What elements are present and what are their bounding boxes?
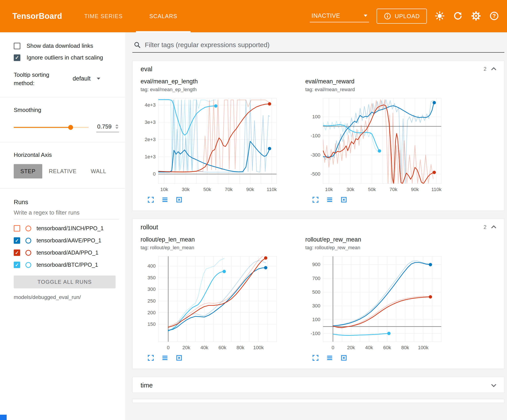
svg-text:30k: 30k	[182, 187, 190, 192]
smoothing-value-input[interactable]: 0.759	[96, 122, 119, 132]
list-icon	[326, 196, 333, 203]
settings-button[interactable]	[471, 11, 481, 21]
number-spinner[interactable]	[115, 124, 119, 129]
run-row-btc[interactable]: tensorboard/BTC/PPO_1	[14, 262, 119, 268]
chevron-down-icon	[97, 78, 100, 80]
brightness-toggle-button[interactable]	[434, 11, 445, 21]
next-category-card-partial	[132, 399, 504, 403]
brightness-icon	[435, 11, 444, 21]
fit-domain-button[interactable]	[175, 354, 183, 362]
refresh-button[interactable]	[452, 11, 463, 21]
category-header-rollout[interactable]: rollout 2	[133, 219, 504, 234]
divider	[0, 97, 125, 97]
tab-time-series[interactable]: TIME SERIES	[71, 0, 136, 32]
chevron-down-icon[interactable]	[490, 381, 498, 389]
runs-directory-path: models/debugged_eval_run/	[14, 294, 119, 300]
toggle-all-runs-button[interactable]: TOGGLE ALL RUNS	[14, 275, 116, 289]
slider-knob[interactable]	[68, 125, 73, 130]
run-checkbox[interactable]	[14, 237, 20, 244]
axis-wall-label: WALL	[91, 168, 106, 174]
run-color-swatch[interactable]	[25, 262, 31, 268]
fit-to-data-icon	[340, 354, 348, 362]
run-checkbox[interactable]	[14, 225, 20, 232]
runs-selector-button[interactable]	[326, 196, 334, 204]
run-color-swatch[interactable]	[25, 238, 31, 243]
expand-chart-button[interactable]	[147, 354, 155, 362]
chart-tag: tag: eval/mean_reward	[305, 87, 460, 92]
horizontal-axis-buttons: STEP RELATIVE WALL	[14, 164, 120, 179]
axis-step-button[interactable]: STEP	[14, 164, 42, 179]
ignore-outliers-checkbox[interactable]	[14, 55, 20, 61]
chart-plot[interactable]: 10k30k50k70k90k110k100-100-300-500	[305, 95, 460, 195]
axis-relative-button[interactable]: RELATIVE	[42, 164, 83, 179]
svg-text:350: 350	[148, 275, 156, 281]
tab-time-series-label: TIME SERIES	[84, 13, 123, 20]
help-icon: ?	[489, 11, 499, 21]
expand-icon	[312, 354, 319, 362]
topbar-actions: INACTIVE UPLOAD	[310, 0, 500, 32]
slider-fill	[14, 127, 71, 128]
chevron-up-icon[interactable]	[490, 65, 498, 73]
tooltip-sorting-select[interactable]: default	[73, 75, 100, 83]
run-row-aave[interactable]: tensorboard/AAVE/PPO_1	[14, 237, 119, 244]
show-download-links-checkbox[interactable]	[14, 43, 20, 49]
runs-selector-button[interactable]	[326, 354, 334, 362]
svg-text:3e+3: 3e+3	[145, 119, 156, 125]
chart-plot[interactable]: 020k40k60k80k100k150200250300350400	[141, 253, 296, 354]
chart-plot[interactable]: 020k40k60k80k100k-100100300500700900	[305, 253, 460, 354]
chart-tag: tag: eval/mean_ep_length	[141, 87, 296, 92]
run-label: tensorboard/AAVE/PPO_1	[36, 237, 101, 244]
chart-title: rollout/ep_len_mean	[141, 236, 296, 243]
divider	[0, 142, 125, 142]
spinner-down-icon[interactable]	[115, 127, 119, 129]
info-icon	[384, 12, 391, 20]
run-row-1inch[interactable]: tensorboard/1INCH/PPO_1	[14, 225, 119, 232]
chart-plot[interactable]: 10k30k50k70k90k110k01e+32e+33e+34e+3	[141, 95, 296, 195]
svg-text:500: 500	[312, 289, 320, 295]
chart-tag: tag: rollout/ep_rew_mean	[305, 245, 460, 251]
run-checkbox[interactable]	[14, 262, 20, 268]
expand-chart-button[interactable]	[311, 354, 319, 362]
svg-text:-100: -100	[311, 133, 320, 138]
show-download-links-row[interactable]: Show data download links	[14, 42, 119, 49]
category-header-eval[interactable]: eval 2	[133, 61, 504, 76]
tab-scalars[interactable]: SCALARS	[136, 0, 191, 32]
run-row-ada[interactable]: tensorboard/ADA/PPO_1	[14, 249, 119, 256]
runs-selector-button[interactable]	[161, 354, 169, 362]
status-dropdown[interactable]: INACTIVE	[310, 10, 369, 22]
category-header-time[interactable]: time	[133, 377, 504, 392]
tooltip-sorting-row: Tooltip sorting method: default	[14, 71, 119, 87]
svg-text:0: 0	[153, 171, 156, 177]
ignore-outliers-row[interactable]: Ignore outliers in chart scaling	[14, 54, 119, 61]
run-color-swatch[interactable]	[25, 250, 31, 256]
runs-selector-button[interactable]	[161, 196, 169, 204]
svg-text:100: 100	[312, 114, 320, 119]
axis-relative-label: RELATIVE	[49, 168, 77, 174]
svg-text:-300: -300	[311, 152, 320, 158]
expand-chart-button[interactable]	[311, 196, 319, 204]
chevron-up-icon[interactable]	[490, 223, 498, 231]
fit-domain-button[interactable]	[175, 196, 183, 204]
fit-domain-button[interactable]	[340, 354, 348, 362]
chevron-down-icon	[364, 15, 367, 17]
expand-chart-button[interactable]	[147, 196, 155, 204]
list-icon	[161, 354, 169, 362]
upload-button[interactable]: UPLOAD	[377, 9, 427, 24]
help-button[interactable]: ?	[489, 11, 500, 21]
smoothing-value: 0.759	[97, 123, 112, 130]
category-title: time	[141, 382, 153, 389]
run-color-swatch[interactable]	[25, 226, 31, 231]
svg-text:150: 150	[148, 321, 156, 327]
tag-filter	[132, 40, 504, 53]
tag-filter-input[interactable]	[145, 41, 503, 49]
svg-text:110k: 110k	[267, 187, 277, 192]
axis-wall-button[interactable]: WALL	[84, 164, 113, 179]
smoothing-slider[interactable]	[14, 127, 89, 128]
search-icon	[134, 41, 141, 48]
svg-text:100k: 100k	[418, 345, 429, 350]
run-checkbox[interactable]	[14, 249, 20, 256]
runs-filter-input[interactable]	[14, 206, 119, 219]
svg-text:200: 200	[148, 310, 156, 315]
spinner-up-icon[interactable]	[115, 124, 119, 126]
fit-domain-button[interactable]	[340, 196, 348, 204]
